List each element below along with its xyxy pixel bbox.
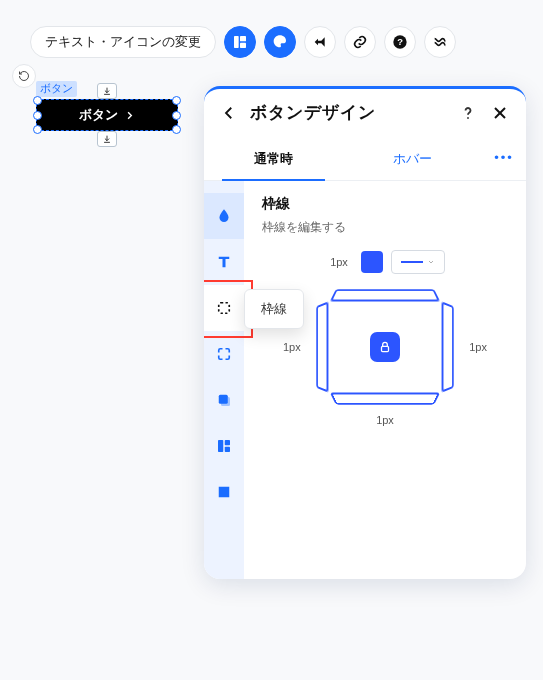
svg-rect-8 <box>219 303 230 314</box>
border-edge-left[interactable] <box>316 301 328 392</box>
rail-item-border[interactable]: 枠線 <box>204 285 244 331</box>
chevron-down-icon <box>427 258 435 266</box>
svg-rect-14 <box>382 346 389 351</box>
button-element-text: ボタン <box>79 106 118 124</box>
rail-item-shadow[interactable] <box>204 377 244 423</box>
state-tabs: 通常時 ホバー ••• <box>204 138 526 181</box>
border-left-value: 1px <box>283 341 301 353</box>
animation-button[interactable] <box>304 26 336 58</box>
anchor-top[interactable] <box>97 83 117 99</box>
border-lock-toggle[interactable] <box>370 332 400 362</box>
border-box-editor[interactable]: 1px 1px 1px <box>315 288 455 406</box>
border-bottom-value: 1px <box>376 414 394 426</box>
border-top-value: 1px <box>325 256 353 268</box>
border-edge-top[interactable] <box>330 289 440 301</box>
rail-item-corners[interactable] <box>204 331 244 377</box>
svg-rect-11 <box>218 440 223 452</box>
rail-item-image[interactable] <box>204 469 244 515</box>
svg-rect-2 <box>240 43 246 48</box>
panel-content: 枠線 枠線を編集する 1px 1px 1px 1p <box>244 181 526 579</box>
border-edge-bottom[interactable] <box>330 393 440 405</box>
design-panel: ボタンデザイン 通常時 ホバー ••• 枠線 <box>204 86 526 579</box>
svg-text:?: ? <box>397 37 403 47</box>
section-title: 枠線 <box>262 195 508 213</box>
panel-header: ボタンデザイン <box>204 89 526 132</box>
link-button[interactable] <box>344 26 376 58</box>
back-button[interactable] <box>220 104 238 122</box>
anchor-bottom[interactable] <box>97 131 117 147</box>
svg-rect-10 <box>221 397 230 406</box>
line-style-preview <box>401 261 423 263</box>
resize-handle[interactable] <box>33 111 42 120</box>
property-rail: 枠線 <box>204 181 244 579</box>
panel-help-button[interactable] <box>458 103 478 123</box>
svg-rect-12 <box>225 440 230 445</box>
tab-more[interactable]: ••• <box>482 138 526 180</box>
svg-rect-13 <box>225 447 230 452</box>
tab-hover[interactable]: ホバー <box>343 138 482 180</box>
rail-item-fill[interactable] <box>204 193 244 239</box>
rail-item-layout[interactable] <box>204 423 244 469</box>
help-button[interactable]: ? <box>384 26 416 58</box>
rail-item-text[interactable] <box>204 239 244 285</box>
border-color-swatch[interactable] <box>361 251 383 273</box>
panel-title: ボタンデザイン <box>250 101 446 124</box>
resize-handle[interactable] <box>33 96 42 105</box>
border-right-value: 1px <box>469 341 487 353</box>
change-text-icon-pill[interactable]: テキスト・アイコンの変更 <box>30 26 216 58</box>
resize-handle[interactable] <box>172 125 181 134</box>
svg-rect-0 <box>234 36 239 48</box>
close-button[interactable] <box>490 103 510 123</box>
resize-handle[interactable] <box>172 111 181 120</box>
tab-normal[interactable]: 通常時 <box>204 138 343 180</box>
button-element[interactable]: ボタン <box>36 99 178 131</box>
selected-element[interactable]: ボタン ボタン <box>36 78 178 131</box>
layout-button[interactable] <box>224 26 256 58</box>
svg-point-5 <box>467 117 469 119</box>
rail-tooltip: 枠線 <box>244 289 304 329</box>
design-button[interactable] <box>264 26 296 58</box>
svg-rect-1 <box>240 36 246 41</box>
element-type-badge: ボタン <box>36 81 77 97</box>
section-subtitle: 枠線を編集する <box>262 219 508 236</box>
chevron-right-icon <box>124 110 135 121</box>
undo-button[interactable] <box>12 64 36 88</box>
border-style-select[interactable] <box>391 250 445 274</box>
top-toolbar: テキスト・アイコンの変更 ? <box>30 26 456 58</box>
more-button[interactable] <box>424 26 456 58</box>
resize-handle[interactable] <box>33 125 42 134</box>
border-edge-right[interactable] <box>442 301 454 392</box>
resize-handle[interactable] <box>172 96 181 105</box>
